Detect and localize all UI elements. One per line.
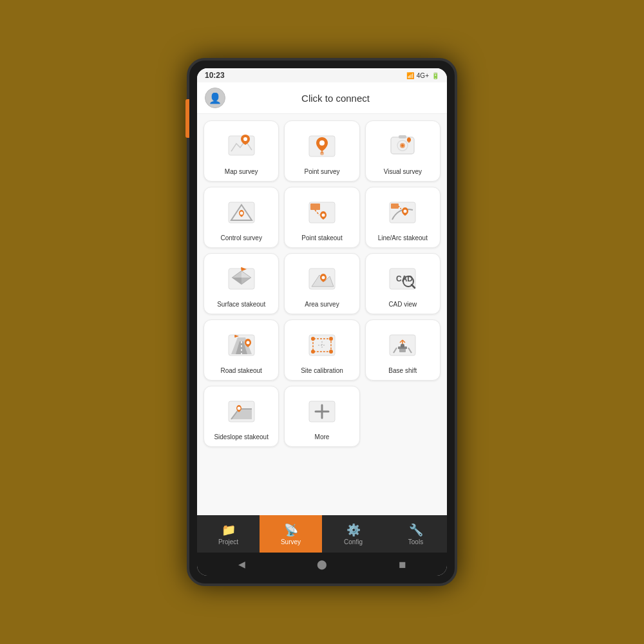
network-label: 4G+ <box>417 72 429 79</box>
sim-icon: 📶 <box>406 72 414 79</box>
surface-stakeout-icon <box>226 263 257 294</box>
svg-point-46 <box>329 337 333 341</box>
survey-nav-label: Survey <box>281 538 301 545</box>
home-button[interactable]: ⬤ <box>317 559 327 569</box>
config-nav-icon: ⚙️ <box>346 523 361 537</box>
grid-item-area-survey[interactable]: Area survey <box>284 253 359 314</box>
content-area: Map survey Point survey <box>197 114 447 515</box>
point-stakeout-label: Point stakeout <box>301 234 342 242</box>
svg-point-2 <box>243 137 247 141</box>
surface-stakeout-label: Surface stakeout <box>217 300 265 308</box>
tools-nav-icon: 🔧 <box>409 523 423 537</box>
grid-item-surface-stakeout[interactable]: Surface stakeout <box>204 253 279 314</box>
status-bar: 10:23 📶 4G+ 🔋 <box>197 68 447 82</box>
point-survey-icon <box>307 131 337 162</box>
sideslope-stakeout-icon <box>226 396 257 427</box>
grid-item-more[interactable]: More <box>284 386 359 447</box>
app-grid: Map survey Point survey <box>204 120 440 447</box>
project-nav-label: Project <box>218 538 238 545</box>
area-survey-icon-box <box>305 261 339 296</box>
visual-survey-label: Visual survey <box>384 167 422 176</box>
sideslope-stakeout-icon-box <box>224 394 259 429</box>
recents-button[interactable]: ◼ <box>399 559 406 569</box>
tools-nav-label: Tools <box>408 538 423 545</box>
cad-view-icon-box: CAD <box>385 261 420 296</box>
point-stakeout-icon-box <box>305 195 339 230</box>
avatar-icon: 👤 <box>209 92 222 104</box>
back-button[interactable]: ◀ <box>238 559 245 569</box>
device: 10:23 📶 4G+ 🔋 👤 Click to connect <box>187 58 457 586</box>
project-nav-icon: 📁 <box>222 523 236 537</box>
visual-survey-icon <box>387 131 418 162</box>
svg-point-22 <box>404 210 407 213</box>
svg-point-62 <box>237 407 240 410</box>
base-shift-icon <box>387 330 418 361</box>
grid-item-road-stakeout[interactable]: Road stakeout <box>204 319 279 381</box>
grid-item-control-survey[interactable]: Control survey <box>204 187 279 248</box>
nav-item-config[interactable]: ⚙️ Config <box>322 515 384 553</box>
nav-item-tools[interactable]: 🔧 Tools <box>384 515 447 553</box>
svg-point-15 <box>240 212 243 215</box>
map-survey-icon <box>226 131 257 162</box>
system-nav: ◀ ⬤ ◼ <box>197 553 447 576</box>
road-stakeout-icon-box <box>224 328 259 363</box>
grid-item-map-survey[interactable]: Map survey <box>204 120 279 182</box>
status-icons: 📶 4G+ 🔋 <box>406 72 439 79</box>
nav-item-project[interactable]: 📁 Project <box>197 515 260 553</box>
status-time: 10:23 <box>205 71 225 80</box>
site-calibration-icon <box>307 330 337 361</box>
grid-item-point-stakeout[interactable]: Point stakeout <box>284 187 359 248</box>
map-survey-label: Map survey <box>225 167 258 176</box>
svg-point-45 <box>311 337 315 341</box>
header-title[interactable]: Click to connect <box>232 93 439 104</box>
grid-item-site-calibration[interactable]: Site calibration <box>284 319 359 381</box>
svg-rect-17 <box>310 204 320 210</box>
grid-item-point-survey[interactable]: Point survey <box>284 120 359 182</box>
svg-rect-11 <box>399 135 406 138</box>
line-arc-stakeout-icon-box <box>385 195 420 230</box>
more-label: More <box>315 433 330 441</box>
point-stakeout-icon <box>307 197 337 228</box>
line-arc-stakeout-label: Line/Arc stakeout <box>378 234 428 242</box>
area-survey-icon <box>307 263 337 294</box>
more-icon <box>307 396 337 427</box>
svg-point-10 <box>401 144 404 147</box>
site-calibration-icon-box <box>305 328 339 363</box>
surface-stakeout-icon-box <box>224 261 259 296</box>
base-shift-label: Base shift <box>388 366 417 375</box>
avatar[interactable]: 👤 <box>205 88 225 108</box>
config-nav-label: Config <box>344 538 363 545</box>
grid-item-sideslope-stakeout[interactable]: Sideslope stakeout <box>204 386 279 447</box>
point-survey-icon-box <box>305 129 339 164</box>
control-survey-icon-box <box>224 195 259 230</box>
svg-point-47 <box>329 350 333 354</box>
grid-item-visual-survey[interactable]: Visual survey <box>365 120 440 182</box>
battery-icon: 🔋 <box>431 72 439 79</box>
nav-item-survey[interactable]: 📡 Survey <box>260 515 322 553</box>
svg-point-33 <box>321 276 325 279</box>
grid-item-cad-view[interactable]: CAD CAD view <box>365 253 440 314</box>
grid-item-base-shift[interactable]: Base shift <box>365 319 440 381</box>
control-survey-icon <box>226 197 257 228</box>
base-shift-icon-box <box>385 328 420 363</box>
bottom-nav: 📁 Project 📡 Survey ⚙️ Config 🔧 Tools <box>197 515 447 553</box>
header: 👤 Click to connect <box>197 82 447 114</box>
more-icon-box <box>305 394 339 429</box>
road-stakeout-icon <box>226 330 257 361</box>
control-survey-label: Control survey <box>220 234 261 242</box>
svg-point-19 <box>321 214 325 217</box>
grid-item-line-arc-stakeout[interactable]: Line/Arc stakeout <box>365 187 440 248</box>
area-survey-label: Area survey <box>305 300 339 308</box>
svg-rect-54 <box>401 344 404 348</box>
road-stakeout-label: Road stakeout <box>220 366 262 375</box>
point-survey-label: Point survey <box>304 167 339 176</box>
svg-point-4 <box>319 140 325 146</box>
site-calibration-label: Site calibration <box>301 366 343 375</box>
visual-survey-icon-box <box>385 129 420 164</box>
map-survey-icon-box <box>224 129 259 164</box>
survey-nav-icon: 📡 <box>284 523 298 537</box>
line-arc-stakeout-icon <box>387 197 418 228</box>
cad-view-label: CAD view <box>388 300 417 308</box>
svg-rect-21 <box>391 204 399 209</box>
svg-point-48 <box>311 350 315 354</box>
